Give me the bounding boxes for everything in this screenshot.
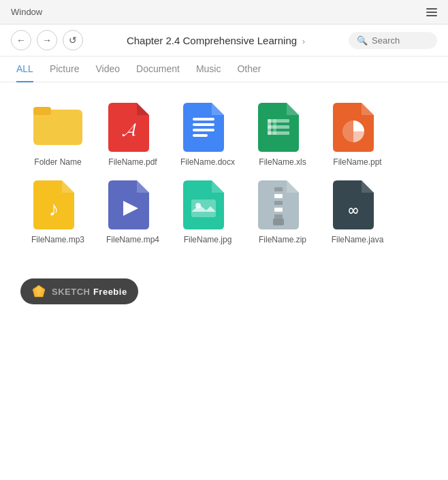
tab-video[interactable]: Video (96, 57, 121, 82)
zip-icon (258, 180, 299, 229)
svg-rect-4 (193, 123, 214, 126)
mp4-icon-container (108, 180, 157, 229)
tab-other[interactable]: Other (237, 57, 261, 82)
file-name: FileName.mp3 (31, 235, 84, 244)
file-name: FileName.xls (259, 157, 306, 167)
tab-all[interactable]: ALL (16, 57, 33, 82)
file-name: FileName.docx (180, 157, 235, 167)
svg-rect-18 (274, 187, 283, 191)
ppt-icon (333, 103, 374, 152)
svg-rect-20 (274, 201, 283, 205)
svg-rect-19 (274, 194, 283, 198)
back-button[interactable]: ← (11, 30, 31, 50)
search-box[interactable]: 🔍 (349, 32, 437, 49)
xls-icon (258, 103, 299, 152)
svg-rect-5 (193, 129, 214, 131)
svg-rect-22 (274, 214, 283, 219)
java-icon-container: ∞ (333, 180, 382, 229)
svg-rect-6 (193, 134, 208, 137)
file-grid: Folder Name 𝓐 FileName.pdf FileName.docx (0, 82, 448, 265)
file-name: FileName.zip (259, 235, 306, 244)
sketch-logo-icon (31, 284, 46, 299)
pdf-icon-container: 𝓐 (108, 103, 157, 152)
svg-text:♪: ♪ (49, 197, 59, 220)
list-item[interactable]: 𝓐 FileName.pdf (95, 96, 170, 174)
docx-icon (183, 103, 224, 152)
file-name: FileName.java (332, 235, 384, 244)
search-input[interactable] (372, 35, 433, 46)
svg-rect-21 (274, 208, 283, 212)
tab-document[interactable]: Document (136, 57, 180, 82)
folder-icon (33, 103, 82, 145)
badge-sketch-label: SKETCH Freebie (52, 285, 127, 298)
svg-rect-2 (33, 107, 51, 115)
svg-rect-12 (273, 119, 276, 135)
list-item[interactable]: FileName.jpg (170, 174, 245, 251)
folder-icon-container (33, 103, 82, 152)
search-icon: 🔍 (357, 35, 368, 46)
file-name: FileName.jpg (184, 235, 232, 244)
svg-rect-11 (268, 119, 271, 135)
list-item[interactable]: FileName.xls (245, 96, 320, 174)
java-icon: ∞ (333, 180, 374, 229)
refresh-button[interactable]: ↺ (63, 30, 83, 50)
svg-rect-23 (273, 219, 284, 225)
svg-text:𝓐: 𝓐 (122, 120, 136, 140)
list-item[interactable]: Folder Name (20, 96, 95, 174)
nav-chevron: › (300, 36, 305, 46)
nav-title: Chapter 2.4 Comprehensive Learning › (89, 35, 343, 46)
svg-text:∞: ∞ (349, 201, 358, 220)
app-title: Window (11, 7, 42, 17)
svg-rect-7 (193, 118, 214, 121)
xls-icon-container (258, 103, 307, 152)
list-item[interactable]: FileName.zip (245, 174, 320, 251)
file-name: FileName.mp4 (106, 235, 159, 244)
list-item[interactable]: ∞ FileName.java (320, 174, 395, 251)
ppt-icon-container (333, 103, 382, 152)
list-item[interactable]: FileName.docx (170, 96, 245, 174)
jpg-icon-container (183, 180, 232, 229)
tabs-bar: ALL Picture Video Document Music Other (0, 57, 448, 82)
mp3-icon-container: ♪ (33, 180, 82, 229)
file-name: Folder Name (34, 157, 81, 167)
list-item[interactable]: FileName.mp4 (95, 174, 170, 251)
zip-icon-container (258, 180, 307, 229)
file-name: FileName.pdf (108, 157, 157, 167)
mp3-icon: ♪ (33, 180, 74, 229)
mp4-icon (108, 180, 149, 229)
docx-icon-container (183, 103, 232, 152)
tab-picture[interactable]: Picture (50, 57, 80, 82)
title-bar: Window (0, 0, 448, 25)
menu-icon[interactable] (426, 8, 437, 16)
file-name: FileName.ppt (333, 157, 381, 167)
pdf-icon: 𝓐 (108, 103, 149, 152)
forward-button[interactable]: → (37, 30, 57, 50)
sketch-badge[interactable]: SKETCH Freebie (20, 278, 138, 304)
nav-bar: ← → ↺ Chapter 2.4 Comprehensive Learning… (0, 25, 448, 57)
jpg-icon (183, 180, 224, 229)
list-item[interactable]: ♪ FileName.mp3 (20, 174, 95, 251)
tab-music[interactable]: Music (196, 57, 221, 82)
list-item[interactable]: FileName.ppt (320, 96, 395, 174)
title-bar-left: Window (11, 7, 42, 17)
